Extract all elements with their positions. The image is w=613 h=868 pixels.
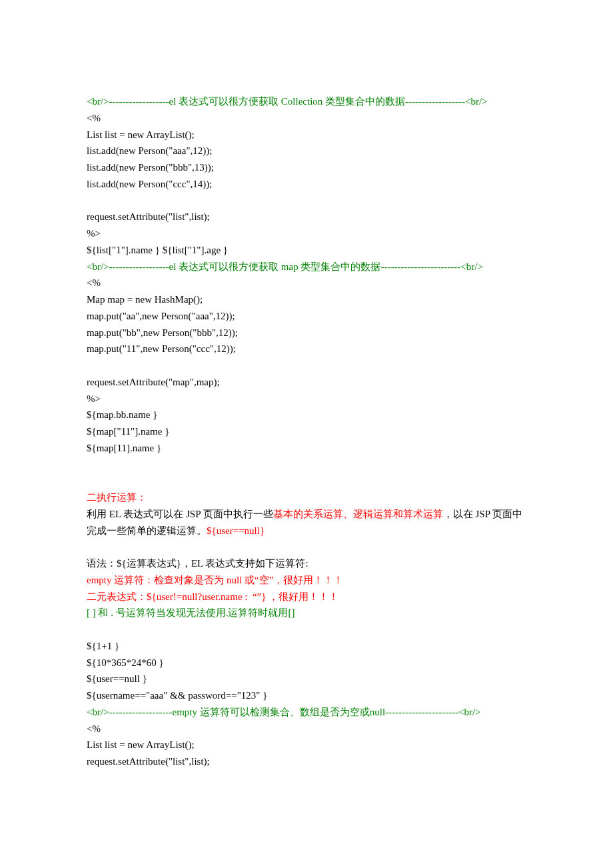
code-line: 语法：${运算表达式}，EL 表达式支持如下运算符: (87, 555, 526, 572)
text-span: %> (87, 393, 101, 404)
text-span: <br/>-------------------empty 运算符可以检测集合、… (87, 707, 481, 717)
text-span: list.add(new Person("aaa",12)); (87, 145, 212, 156)
text-span: map.put("aa",new Person("aaa",12)); (87, 311, 235, 321)
code-line: request.setAttribute("list",list); (87, 753, 526, 770)
code-line (87, 457, 526, 473)
text-span: ${1+1 } (87, 641, 119, 651)
text-span: 二元表达式：${user!=null?user.name : “”} ，很好用！… (87, 591, 338, 602)
text-span: ${map.bb.name } (87, 409, 157, 420)
code-line: request.setAttribute("map",map); (87, 374, 526, 391)
text-span: List list = new ArrayList(); (87, 739, 195, 750)
text-span: request.setAttribute("map",map); (87, 377, 220, 387)
text-span (87, 360, 89, 371)
code-line: map.put("aa",new Person("aaa",12)); (87, 308, 526, 325)
code-line: ${list["1"].name } ${list["1"].age } (87, 242, 526, 259)
text-span: list.add(new Person("ccc",14)); (87, 179, 212, 189)
code-line: 二执行运算： (87, 489, 526, 506)
text-span (87, 195, 89, 206)
code-line (87, 539, 526, 555)
code-line: map.put("bb",new Person("bbb",12)); (87, 325, 526, 341)
text-span: request.setAttribute("list",list); (87, 211, 210, 222)
code-line: request.setAttribute("list",list); (87, 209, 526, 225)
text-span: ${10*365*24*60 } (87, 657, 164, 668)
text-span: ${user==null} (207, 525, 265, 536)
code-line: <br/>------------------el 表达式可以很方便获取 Col… (87, 93, 526, 110)
code-line: List list = new ArrayList(); (87, 737, 526, 753)
document-page: <br/>------------------el 表达式可以很方便获取 Col… (0, 0, 613, 868)
text-span: ${username=="aaa" && password=="123" } (87, 690, 267, 701)
text-span: %> (87, 228, 101, 239)
text-span: <br/>------------------el 表达式可以很方便获取 Col… (87, 96, 488, 107)
text-span (87, 541, 89, 552)
text-span: <% (87, 277, 101, 288)
code-line: <br/>-------------------empty 运算符可以检测集合、… (87, 704, 526, 721)
text-span: 基本的关系运算、逻辑运算和算术运算 (273, 509, 443, 519)
text-span: List list = new ArrayList(); (87, 129, 195, 140)
code-line (87, 357, 526, 374)
text-span: ${list["1"].name } ${list["1"].age } (87, 245, 228, 255)
code-line: [ ] 和 . 号运算符当发现无法使用.运算符时就用[] (87, 605, 526, 621)
text-span: map.put("bb",new Person("bbb",12)); (87, 327, 238, 338)
text-span: <br/>------------------el 表达式可以很方便获取 map… (87, 261, 483, 272)
code-line: 二元表达式：${user!=null?user.name : “”} ，很好用！… (87, 589, 526, 605)
code-line: List list = new ArrayList(); (87, 127, 526, 143)
code-line: ${username=="aaa" && password=="123" } (87, 687, 526, 704)
code-line: 利用 EL 表达式可以在 JSP 页面中执行一些基本的关系运算、逻辑运算和算术运… (87, 506, 526, 539)
text-span: list.add(new Person("bbb",13)); (87, 162, 214, 173)
code-line: %> (87, 391, 526, 407)
code-line: list.add(new Person("aaa",12)); (87, 143, 526, 159)
code-line: empty 运算符：检查对象是否为 null 或“空”，很好用！！！ (87, 572, 526, 589)
text-span (87, 459, 89, 470)
text-span: 语法：${运算表达式}，EL 表达式支持如下运算符: (87, 558, 308, 569)
code-line: ${map[11].name } (87, 440, 526, 457)
code-line: ${map["11"].name } (87, 423, 526, 440)
text-span: ${user==null } (87, 673, 147, 684)
text-span (87, 624, 89, 635)
code-line: list.add(new Person("ccc",14)); (87, 176, 526, 193)
code-line: ${1+1 } (87, 638, 526, 655)
code-line: <br/>------------------el 表达式可以很方便获取 map… (87, 259, 526, 275)
text-span: ${map["11"].name } (87, 426, 169, 437)
code-line: %> (87, 225, 526, 242)
text-span: ${map[11].name } (87, 443, 161, 453)
text-span: [ ] 和 . 号运算符当发现无法使用.运算符时就用[] (87, 607, 295, 618)
code-line: <% (87, 110, 526, 127)
code-line: ${user==null } (87, 671, 526, 687)
code-line (87, 193, 526, 209)
text-span: 二执行运算： (87, 492, 147, 503)
text-span: map.put("11",new Person("ccc",12)); (87, 343, 236, 354)
text-span: request.setAttribute("list",list); (87, 756, 210, 767)
code-line: list.add(new Person("bbb",13)); (87, 159, 526, 176)
code-line: ${map.bb.name } (87, 407, 526, 423)
text-span: empty 运算符：检查对象是否为 null 或“空”，很好用！！！ (87, 575, 343, 585)
text-span: Map map = new HashMap(); (87, 294, 203, 305)
text-span: <% (87, 723, 101, 734)
code-line: <% (87, 721, 526, 737)
text-span (87, 475, 89, 486)
text-span: 利用 EL 表达式可以在 JSP 页面中执行一些 (87, 509, 273, 519)
code-line: <% (87, 275, 526, 291)
code-line (87, 473, 526, 489)
text-span: <% (87, 113, 101, 123)
code-line: Map map = new HashMap(); (87, 291, 526, 308)
code-line: map.put("11",new Person("ccc",12)); (87, 341, 526, 357)
code-line (87, 621, 526, 638)
code-line: ${10*365*24*60 } (87, 655, 526, 671)
